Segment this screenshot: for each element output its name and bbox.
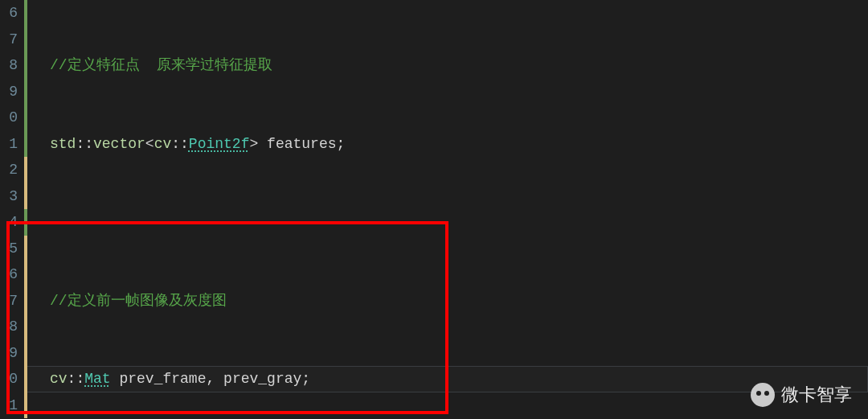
code-line: //定义特征点 原来学过特征提取 [50,52,554,79]
line-number: 7 [0,27,18,53]
line-number: 1 [0,392,18,419]
line-number: 9 [0,340,18,367]
code-line: //定义前一帧图像及灰度图 [50,288,554,314]
wechat-icon [751,383,775,407]
code-editor: 6 7 8 9 0 1 2 3 4 5 6 7 8 9 0 1 //定义特征点 … [0,0,868,419]
watermark: 微卡智享 [751,382,852,409]
line-number: 2 [0,157,18,183]
line-number: 6 [0,261,18,288]
line-number-gutter: 6 7 8 9 0 1 2 3 4 5 6 7 8 9 0 1 [0,0,24,419]
watermark-text: 微卡智享 [781,382,852,409]
line-number: 0 [0,366,18,392]
line-number: 0 [0,105,18,131]
line-number: 9 [0,79,18,105]
line-number: 8 [0,52,18,79]
line-number: 5 [0,236,18,262]
code-line [50,209,554,236]
line-number: 8 [0,314,18,340]
line-number: 7 [0,288,18,314]
code-area[interactable]: //定义特征点 原来学过特征提取 std::vector<cv::Point2f… [27,0,554,419]
line-number: 6 [0,0,18,27]
code-line: cv::Mat prev_frame, prev_gray; [50,366,554,392]
line-number: 1 [0,131,18,158]
code-line: std::vector<cv::Point2f> features; [50,131,554,158]
modification-bar [24,0,27,419]
line-number: 3 [0,183,18,210]
line-number: 4 [0,209,18,236]
